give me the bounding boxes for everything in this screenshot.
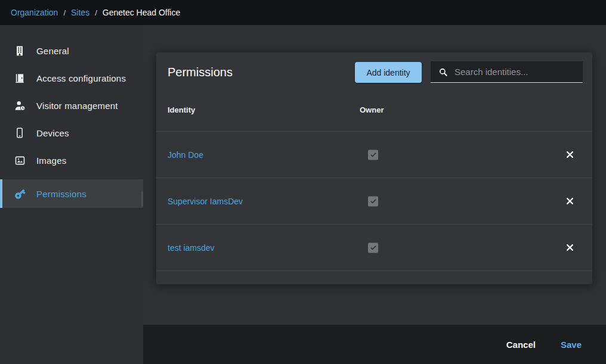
identity-link[interactable]: test iamsdev	[168, 243, 215, 253]
breadcrumb-current-site: Genetec Head Office	[103, 8, 180, 17]
smartphone-icon	[13, 126, 26, 139]
sidebar-item-visitor-management[interactable]: Visitor management	[0, 92, 143, 119]
page-title: Permissions	[168, 66, 233, 79]
breadcrumb-organization[interactable]: Organization	[11, 8, 58, 17]
remove-identity-button[interactable]	[564, 242, 575, 253]
cancel-button[interactable]: Cancel	[505, 337, 537, 352]
column-header-owner: Owner	[360, 105, 384, 114]
sidebar-item-label: Devices	[36, 128, 69, 138]
owner-checkbox[interactable]	[368, 196, 378, 206]
search-identities-input[interactable]	[455, 67, 583, 77]
sidebar-item-images[interactable]: Images	[0, 147, 143, 174]
main-content: Permissions Add identity Identity Owner …	[143, 25, 606, 364]
sidebar-item-label: General	[36, 46, 69, 56]
identity-table: John Doe Supervisor IamsDev	[156, 132, 592, 271]
search-icon	[438, 67, 449, 77]
breadcrumb-separator: /	[63, 8, 66, 17]
action-bar: Cancel Save	[143, 325, 606, 364]
door-icon	[13, 71, 26, 85]
save-button[interactable]: Save	[559, 337, 583, 352]
sidebar-item-devices[interactable]: Devices	[0, 119, 143, 147]
table-row: test iamsdev	[156, 225, 592, 271]
person-clock-icon	[13, 99, 26, 112]
permissions-card: Permissions Add identity Identity Owner …	[156, 52, 592, 284]
close-icon	[565, 243, 574, 252]
table-row: Supervisor IamsDev	[156, 178, 592, 225]
image-icon	[13, 154, 26, 167]
column-header-identity: Identity	[168, 105, 195, 114]
close-icon	[565, 150, 574, 159]
building-icon	[13, 44, 26, 57]
sidebar-item-access-configurations[interactable]: Access configurations	[0, 64, 143, 92]
key-icon	[13, 187, 26, 200]
breadcrumb: Organization / Sites / Genetec Head Offi…	[0, 0, 606, 25]
sidebar-item-general[interactable]: General	[0, 37, 143, 64]
table-row: John Doe	[156, 132, 592, 178]
sidebar-item-label: Permissions	[36, 189, 86, 199]
remove-identity-button[interactable]	[564, 150, 575, 160]
sidebar-item-label: Visitor management	[36, 101, 118, 111]
sidebar: General Access configurations	[0, 25, 143, 364]
owner-checkbox[interactable]	[368, 150, 378, 160]
breadcrumb-sites[interactable]: Sites	[71, 8, 89, 17]
owner-checkbox[interactable]	[368, 242, 378, 253]
breadcrumb-separator: /	[95, 8, 97, 17]
sidebar-item-permissions[interactable]: Permissions	[0, 179, 143, 208]
close-icon	[565, 197, 574, 206]
add-identity-button[interactable]: Add identity	[355, 62, 422, 83]
app-window: Organization / Sites / Genetec Head Offi…	[0, 0, 606, 364]
identity-link[interactable]: Supervisor IamsDev	[168, 197, 243, 206]
remove-identity-button[interactable]	[564, 196, 575, 207]
identity-link[interactable]: John Doe	[168, 150, 203, 160]
search-box	[431, 61, 583, 83]
sidebar-item-label: Access configurations	[36, 73, 126, 83]
sidebar-item-label: Images	[36, 155, 66, 166]
